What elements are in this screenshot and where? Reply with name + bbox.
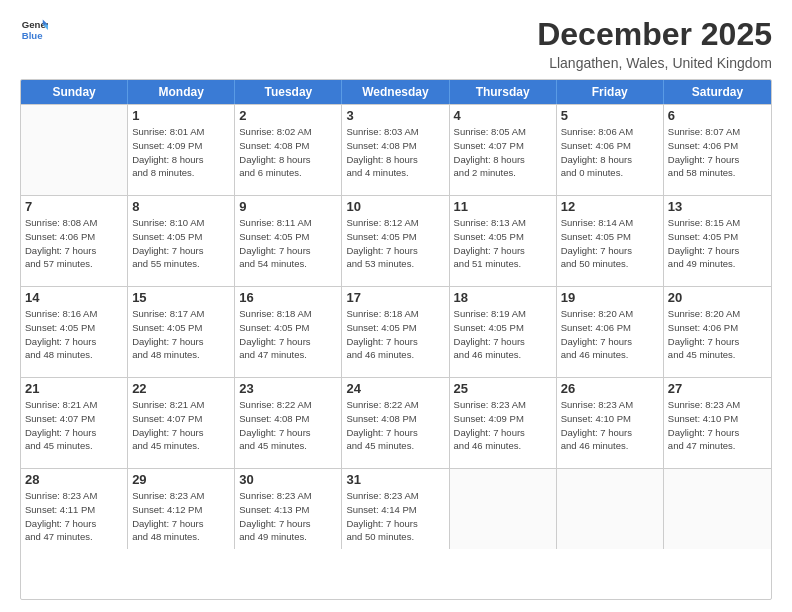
cell-day-number: 27 — [668, 381, 767, 396]
cell-day-number: 25 — [454, 381, 552, 396]
cell-day-number: 11 — [454, 199, 552, 214]
cell-day-number: 7 — [25, 199, 123, 214]
cell-daylight-info: Sunrise: 8:08 AM Sunset: 4:06 PM Dayligh… — [25, 216, 123, 271]
cell-day-number: 28 — [25, 472, 123, 487]
cell-day-number: 6 — [668, 108, 767, 123]
cell-daylight-info: Sunrise: 8:23 AM Sunset: 4:12 PM Dayligh… — [132, 489, 230, 544]
calendar-cell-r1-c6: 13Sunrise: 8:15 AM Sunset: 4:05 PM Dayli… — [664, 196, 771, 286]
weekday-sunday: Sunday — [21, 80, 128, 104]
calendar-cell-r0-c4: 4Sunrise: 8:05 AM Sunset: 4:07 PM Daylig… — [450, 105, 557, 195]
cell-day-number: 29 — [132, 472, 230, 487]
cell-daylight-info: Sunrise: 8:23 AM Sunset: 4:10 PM Dayligh… — [561, 398, 659, 453]
calendar-cell-r3-c5: 26Sunrise: 8:23 AM Sunset: 4:10 PM Dayli… — [557, 378, 664, 468]
calendar-cell-r3-c4: 25Sunrise: 8:23 AM Sunset: 4:09 PM Dayli… — [450, 378, 557, 468]
cell-day-number: 19 — [561, 290, 659, 305]
calendar-cell-r0-c3: 3Sunrise: 8:03 AM Sunset: 4:08 PM Daylig… — [342, 105, 449, 195]
cell-day-number: 9 — [239, 199, 337, 214]
cell-day-number: 18 — [454, 290, 552, 305]
cell-daylight-info: Sunrise: 8:21 AM Sunset: 4:07 PM Dayligh… — [25, 398, 123, 453]
calendar-cell-r4-c3: 31Sunrise: 8:23 AM Sunset: 4:14 PM Dayli… — [342, 469, 449, 549]
calendar-cell-r2-c4: 18Sunrise: 8:19 AM Sunset: 4:05 PM Dayli… — [450, 287, 557, 377]
cell-day-number: 4 — [454, 108, 552, 123]
cell-day-number: 23 — [239, 381, 337, 396]
cell-daylight-info: Sunrise: 8:23 AM Sunset: 4:13 PM Dayligh… — [239, 489, 337, 544]
calendar-cell-r4-c6 — [664, 469, 771, 549]
calendar-cell-r3-c2: 23Sunrise: 8:22 AM Sunset: 4:08 PM Dayli… — [235, 378, 342, 468]
cell-day-number: 10 — [346, 199, 444, 214]
cell-daylight-info: Sunrise: 8:13 AM Sunset: 4:05 PM Dayligh… — [454, 216, 552, 271]
weekday-monday: Monday — [128, 80, 235, 104]
calendar-cell-r3-c3: 24Sunrise: 8:22 AM Sunset: 4:08 PM Dayli… — [342, 378, 449, 468]
cell-day-number: 3 — [346, 108, 444, 123]
calendar-cell-r0-c2: 2Sunrise: 8:02 AM Sunset: 4:08 PM Daylig… — [235, 105, 342, 195]
cell-daylight-info: Sunrise: 8:21 AM Sunset: 4:07 PM Dayligh… — [132, 398, 230, 453]
calendar-cell-r0-c0 — [21, 105, 128, 195]
calendar-cell-r3-c6: 27Sunrise: 8:23 AM Sunset: 4:10 PM Dayli… — [664, 378, 771, 468]
cell-day-number: 1 — [132, 108, 230, 123]
calendar-cell-r2-c6: 20Sunrise: 8:20 AM Sunset: 4:06 PM Dayli… — [664, 287, 771, 377]
calendar-cell-r1-c2: 9Sunrise: 8:11 AM Sunset: 4:05 PM Daylig… — [235, 196, 342, 286]
calendar-cell-r1-c5: 12Sunrise: 8:14 AM Sunset: 4:05 PM Dayli… — [557, 196, 664, 286]
header: General Blue December 2025 Llangathen, W… — [20, 16, 772, 71]
calendar: Sunday Monday Tuesday Wednesday Thursday… — [20, 79, 772, 600]
cell-daylight-info: Sunrise: 8:23 AM Sunset: 4:09 PM Dayligh… — [454, 398, 552, 453]
cell-day-number: 16 — [239, 290, 337, 305]
weekday-friday: Friday — [557, 80, 664, 104]
weekday-tuesday: Tuesday — [235, 80, 342, 104]
calendar-cell-r4-c0: 28Sunrise: 8:23 AM Sunset: 4:11 PM Dayli… — [21, 469, 128, 549]
weekday-wednesday: Wednesday — [342, 80, 449, 104]
calendar-cell-r2-c5: 19Sunrise: 8:20 AM Sunset: 4:06 PM Dayli… — [557, 287, 664, 377]
calendar-cell-r4-c5 — [557, 469, 664, 549]
cell-day-number: 21 — [25, 381, 123, 396]
cell-day-number: 13 — [668, 199, 767, 214]
svg-text:Blue: Blue — [22, 30, 43, 41]
calendar-cell-r1-c4: 11Sunrise: 8:13 AM Sunset: 4:05 PM Dayli… — [450, 196, 557, 286]
cell-daylight-info: Sunrise: 8:23 AM Sunset: 4:10 PM Dayligh… — [668, 398, 767, 453]
cell-daylight-info: Sunrise: 8:19 AM Sunset: 4:05 PM Dayligh… — [454, 307, 552, 362]
weekday-saturday: Saturday — [664, 80, 771, 104]
cell-day-number: 5 — [561, 108, 659, 123]
calendar-row-2: 14Sunrise: 8:16 AM Sunset: 4:05 PM Dayli… — [21, 286, 771, 377]
cell-daylight-info: Sunrise: 8:18 AM Sunset: 4:05 PM Dayligh… — [346, 307, 444, 362]
cell-day-number: 24 — [346, 381, 444, 396]
cell-daylight-info: Sunrise: 8:15 AM Sunset: 4:05 PM Dayligh… — [668, 216, 767, 271]
calendar-cell-r2-c1: 15Sunrise: 8:17 AM Sunset: 4:05 PM Dayli… — [128, 287, 235, 377]
cell-day-number: 26 — [561, 381, 659, 396]
cell-daylight-info: Sunrise: 8:10 AM Sunset: 4:05 PM Dayligh… — [132, 216, 230, 271]
cell-day-number: 2 — [239, 108, 337, 123]
calendar-cell-r4-c4 — [450, 469, 557, 549]
calendar-body: 1Sunrise: 8:01 AM Sunset: 4:09 PM Daylig… — [21, 104, 771, 549]
cell-daylight-info: Sunrise: 8:17 AM Sunset: 4:05 PM Dayligh… — [132, 307, 230, 362]
cell-daylight-info: Sunrise: 8:02 AM Sunset: 4:08 PM Dayligh… — [239, 125, 337, 180]
cell-day-number: 8 — [132, 199, 230, 214]
cell-daylight-info: Sunrise: 8:22 AM Sunset: 4:08 PM Dayligh… — [239, 398, 337, 453]
cell-day-number: 30 — [239, 472, 337, 487]
cell-day-number: 15 — [132, 290, 230, 305]
cell-daylight-info: Sunrise: 8:01 AM Sunset: 4:09 PM Dayligh… — [132, 125, 230, 180]
logo: General Blue — [20, 16, 48, 44]
cell-day-number: 17 — [346, 290, 444, 305]
calendar-cell-r0-c1: 1Sunrise: 8:01 AM Sunset: 4:09 PM Daylig… — [128, 105, 235, 195]
calendar-cell-r1-c0: 7Sunrise: 8:08 AM Sunset: 4:06 PM Daylig… — [21, 196, 128, 286]
cell-daylight-info: Sunrise: 8:14 AM Sunset: 4:05 PM Dayligh… — [561, 216, 659, 271]
calendar-cell-r0-c5: 5Sunrise: 8:06 AM Sunset: 4:06 PM Daylig… — [557, 105, 664, 195]
cell-daylight-info: Sunrise: 8:22 AM Sunset: 4:08 PM Dayligh… — [346, 398, 444, 453]
title-block: December 2025 Llangathen, Wales, United … — [537, 16, 772, 71]
calendar-cell-r3-c0: 21Sunrise: 8:21 AM Sunset: 4:07 PM Dayli… — [21, 378, 128, 468]
calendar-cell-r1-c1: 8Sunrise: 8:10 AM Sunset: 4:05 PM Daylig… — [128, 196, 235, 286]
cell-day-number: 31 — [346, 472, 444, 487]
month-title: December 2025 — [537, 16, 772, 53]
calendar-cell-r2-c3: 17Sunrise: 8:18 AM Sunset: 4:05 PM Dayli… — [342, 287, 449, 377]
logo-icon: General Blue — [20, 16, 48, 44]
cell-daylight-info: Sunrise: 8:07 AM Sunset: 4:06 PM Dayligh… — [668, 125, 767, 180]
cell-daylight-info: Sunrise: 8:23 AM Sunset: 4:14 PM Dayligh… — [346, 489, 444, 544]
calendar-cell-r1-c3: 10Sunrise: 8:12 AM Sunset: 4:05 PM Dayli… — [342, 196, 449, 286]
calendar-row-1: 7Sunrise: 8:08 AM Sunset: 4:06 PM Daylig… — [21, 195, 771, 286]
cell-day-number: 20 — [668, 290, 767, 305]
cell-daylight-info: Sunrise: 8:23 AM Sunset: 4:11 PM Dayligh… — [25, 489, 123, 544]
calendar-row-4: 28Sunrise: 8:23 AM Sunset: 4:11 PM Dayli… — [21, 468, 771, 549]
calendar-row-0: 1Sunrise: 8:01 AM Sunset: 4:09 PM Daylig… — [21, 104, 771, 195]
cell-daylight-info: Sunrise: 8:20 AM Sunset: 4:06 PM Dayligh… — [668, 307, 767, 362]
cell-daylight-info: Sunrise: 8:18 AM Sunset: 4:05 PM Dayligh… — [239, 307, 337, 362]
calendar-row-3: 21Sunrise: 8:21 AM Sunset: 4:07 PM Dayli… — [21, 377, 771, 468]
